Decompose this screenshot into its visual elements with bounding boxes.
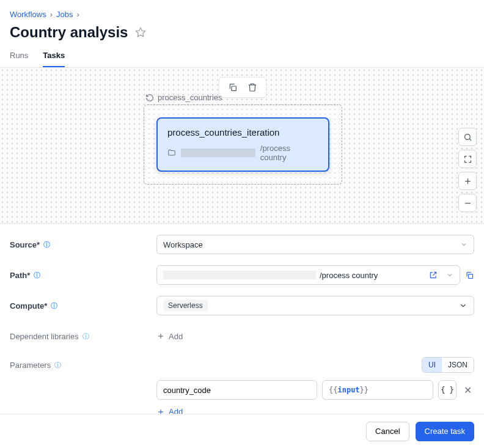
page-title: Country analysis	[10, 24, 128, 41]
parameters-toggle: UI JSON	[422, 357, 474, 373]
task-path: /process country	[167, 144, 318, 162]
redacted-path	[181, 149, 255, 157]
chevron-right-icon: ›	[77, 10, 79, 19]
path-suffix: /process country	[320, 271, 378, 280]
row-dependent-libraries: Dependent libraries ⓘ Add	[10, 326, 474, 346]
copy-icon[interactable]	[228, 83, 238, 92]
toggle-json[interactable]: JSON	[442, 358, 474, 372]
label-path: Path* ⓘ	[10, 271, 156, 280]
toggle-ui[interactable]: UI	[422, 358, 442, 372]
task-path-suffix: /process country	[260, 144, 318, 162]
create-task-button[interactable]: Create task	[416, 422, 474, 441]
copy-path-icon[interactable]	[465, 271, 474, 280]
refresh-icon	[145, 94, 154, 102]
chevron-down-icon	[460, 241, 468, 248]
fullscreen-icon[interactable]	[458, 150, 477, 168]
breadcrumb-jobs[interactable]: Jobs	[56, 10, 73, 19]
row-compute: Compute* ⓘ Serverless	[10, 296, 474, 315]
row-source: Source* ⓘ Workspace	[10, 235, 474, 254]
external-link-icon[interactable]	[429, 271, 438, 279]
tabs: Runs Tasks	[0, 41, 484, 68]
info-icon[interactable]: ⓘ	[43, 240, 50, 249]
braces-button[interactable]: { }	[438, 380, 457, 400]
tab-tasks[interactable]: Tasks	[43, 51, 65, 67]
title-row: Country analysis	[10, 24, 474, 41]
loop-label: process_countries	[145, 93, 222, 102]
footer: Cancel Create task	[0, 414, 484, 448]
parameter-key-input[interactable]	[156, 380, 317, 400]
source-select[interactable]: Workspace	[156, 235, 474, 254]
loop-container[interactable]: process_countries process_countries_iter…	[144, 105, 342, 185]
label-parameters: Parameters ⓘ	[10, 357, 156, 370]
zoom-in-icon[interactable]	[458, 172, 477, 190]
chevron-down-icon	[459, 301, 468, 310]
loop-name: process_countries	[158, 93, 222, 102]
folder-icon	[167, 149, 176, 157]
parameter-row: {{input}} { } ✕	[156, 380, 474, 400]
canvas-controls	[458, 128, 477, 212]
trash-icon[interactable]	[248, 83, 257, 92]
task-card[interactable]: process_countries_iteration /process cou…	[156, 117, 329, 172]
label-dependent-libraries: Dependent libraries ⓘ	[10, 332, 156, 341]
svg-point-2	[464, 134, 470, 139]
redacted-path	[163, 271, 316, 279]
plus-icon	[156, 332, 165, 340]
label-source: Source* ⓘ	[10, 240, 156, 249]
info-icon[interactable]: ⓘ	[34, 271, 40, 280]
compute-select[interactable]: Serverless	[156, 296, 474, 315]
breadcrumb: Workflows › Jobs ›	[10, 10, 474, 19]
svg-marker-0	[136, 28, 145, 37]
source-value: Workspace	[163, 240, 203, 249]
row-parameters: Parameters ⓘ UI JSON {{input}} { } ✕	[10, 357, 474, 416]
task-name: process_countries_iteration	[167, 127, 318, 138]
path-input[interactable]: /process country	[156, 265, 460, 285]
remove-parameter-icon[interactable]: ✕	[461, 384, 474, 396]
compute-value: Serverless	[163, 299, 208, 312]
zoom-out-icon[interactable]	[458, 194, 477, 212]
info-icon[interactable]: ⓘ	[82, 332, 89, 341]
canvas-toolbar	[219, 77, 266, 98]
svg-rect-7	[469, 274, 473, 278]
info-icon[interactable]: ⓘ	[54, 361, 61, 370]
task-canvas: process_countries process_countries_iter…	[0, 68, 484, 224]
header: Workflows › Jobs › Country analysis	[0, 0, 484, 41]
chevron-right-icon: ›	[50, 10, 53, 19]
cancel-button[interactable]: Cancel	[366, 422, 409, 441]
breadcrumb-workflows[interactable]: Workflows	[10, 10, 46, 19]
svg-line-3	[469, 139, 471, 141]
parameter-value-input[interactable]: {{input}}	[322, 380, 433, 400]
add-library-button[interactable]: Add	[156, 332, 183, 341]
info-icon[interactable]: ⓘ	[51, 301, 57, 310]
tab-runs[interactable]: Runs	[10, 51, 28, 67]
search-icon[interactable]	[458, 128, 477, 146]
row-path: Path* ⓘ /process country	[10, 265, 474, 285]
label-compute: Compute* ⓘ	[10, 301, 156, 310]
svg-rect-1	[232, 86, 236, 90]
chevron-down-icon[interactable]	[446, 271, 453, 279]
star-icon[interactable]	[135, 27, 146, 38]
